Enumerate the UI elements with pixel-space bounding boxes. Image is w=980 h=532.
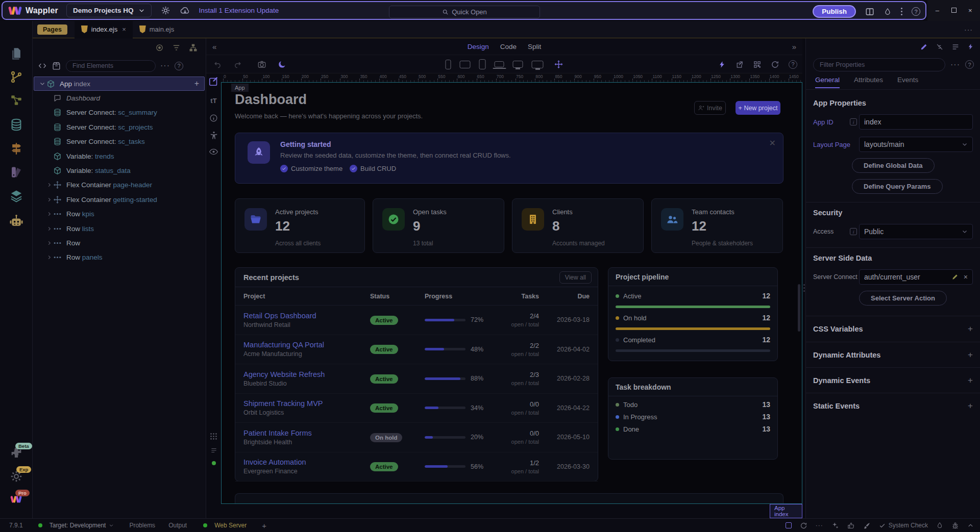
layout-page-select[interactable]: layouts/main — [859, 137, 973, 152]
output-button[interactable]: Output — [168, 522, 187, 529]
tree-item[interactable]: Row kpis — [33, 207, 206, 221]
tree-item[interactable]: Dashboard — [33, 91, 206, 105]
restore-button[interactable] — [947, 7, 961, 14]
view-all-button[interactable]: View all — [559, 271, 592, 284]
properties-help-icon[interactable]: ? — [965, 60, 974, 69]
page-canvas[interactable]: App Dashboard Welcome back — here's what… — [221, 82, 802, 504]
responsive-resize-icon[interactable] — [554, 60, 564, 69]
project-link[interactable]: Agency Website Refresh — [243, 370, 370, 378]
routes-icon[interactable] — [9, 142, 23, 156]
expander-right-icon[interactable] — [46, 211, 52, 217]
project-row[interactable]: Patient Intake FormsBrightside Health On… — [235, 423, 598, 452]
design-help-icon[interactable]: ? — [789, 60, 797, 69]
device-desktop-icon[interactable] — [513, 61, 523, 68]
edit-action-pencil-icon[interactable] — [951, 273, 959, 281]
collapse-right-icon[interactable]: » — [792, 42, 796, 51]
tree-item[interactable]: Variable: status_data — [33, 163, 206, 178]
project-row[interactable]: Retail Ops DashboardNorthwind Retail Act… — [235, 306, 598, 335]
redo-icon[interactable] — [233, 60, 242, 69]
expander-right-icon[interactable] — [46, 255, 52, 260]
collapsed-section[interactable]: Dynamic Events+ — [806, 367, 980, 393]
chevron-up-icon[interactable] — [967, 522, 974, 529]
unlink-icon[interactable] — [936, 43, 944, 51]
text-format-ic on[interactable]: tT — [210, 97, 216, 105]
components-icon[interactable] — [52, 61, 61, 71]
collapse-left-icon[interactable]: « — [212, 42, 216, 51]
mode-code[interactable]: Code — [500, 43, 517, 50]
tree-item[interactable]: Flex Container getting-started — [33, 192, 206, 207]
expander-right-icon[interactable] — [46, 197, 52, 202]
git-icon[interactable] — [10, 70, 23, 84]
outline-mode-icon[interactable] — [155, 43, 164, 52]
tree-item[interactable]: Server Connect: sc_summary — [33, 106, 206, 120]
define-global-data-button[interactable]: Define Global Data — [852, 158, 935, 173]
tree-item[interactable]: Row lists — [33, 221, 206, 236]
droplet-icon[interactable] — [936, 522, 943, 529]
select-server-action-button[interactable]: Select Server Action — [859, 291, 947, 306]
tree-item[interactable]: Variable: trends — [33, 149, 206, 163]
tree-item[interactable]: Server Connect: sc_projects — [33, 120, 206, 134]
quick-open-search[interactable]: Quick Open — [389, 6, 540, 18]
tree-mode-icon[interactable] — [189, 43, 198, 52]
info-icon[interactable]: i — [850, 118, 857, 125]
open-browser-icon[interactable] — [735, 60, 744, 69]
ai-assistant-icon[interactable] — [9, 214, 24, 229]
find-elements-input[interactable] — [66, 60, 156, 72]
status-more-icon[interactable]: ··· — [816, 522, 823, 529]
panels-layout-icon[interactable] — [865, 7, 874, 16]
collapsed-section[interactable]: Static Events+ — [806, 393, 980, 418]
tab-index-ejs[interactable]: index.ejs × — [75, 21, 133, 38]
device-laptop-icon[interactable] — [495, 61, 504, 67]
target-selector[interactable]: Target: Development — [50, 522, 106, 529]
thumbs-up-icon[interactable] — [847, 522, 855, 529]
invite-button[interactable]: Invite — [694, 101, 726, 115]
bug-icon[interactable] — [951, 522, 959, 529]
expander-down-icon[interactable] — [39, 81, 45, 87]
app-id-input[interactable]: index — [859, 114, 973, 130]
problems-button[interactable]: Problems — [129, 522, 155, 529]
app-element-chip[interactable]: App — [231, 84, 249, 92]
refresh-icon[interactable] — [800, 522, 807, 529]
mode-design[interactable]: Design — [468, 43, 489, 50]
install-extension-link[interactable]: Install 1 Extension Update — [199, 7, 279, 14]
expander-right-icon[interactable] — [46, 182, 52, 188]
expander-right-icon[interactable] — [46, 226, 52, 232]
structure-help-icon[interactable]: ? — [175, 62, 183, 70]
workflows-icon[interactable] — [10, 93, 23, 107]
tree-item[interactable]: Flex Container page-header — [33, 178, 206, 192]
help-icon[interactable]: ? — [912, 7, 920, 16]
tab-close-icon[interactable]: × — [122, 26, 126, 33]
check-customize-theme[interactable]: Customize theme — [280, 165, 342, 172]
collapsed-section[interactable]: CSS Variables+ — [806, 316, 980, 342]
dark-mode-moon-icon[interactable] — [278, 60, 286, 69]
add-target-icon[interactable]: + — [262, 521, 266, 530]
project-link[interactable]: Shipment Tracking MVP — [243, 399, 370, 408]
project-row[interactable]: Manufacturing QA PortalAcme Manufacturin… — [235, 335, 598, 365]
canvas-scrollbar[interactable] — [798, 284, 800, 332]
close-button[interactable]: × — [964, 7, 977, 14]
structure-more-icon[interactable]: ··· — [160, 61, 170, 70]
tab-events[interactable]: Events — [897, 76, 918, 87]
layers-icon[interactable] — [9, 189, 23, 202]
properties-more-icon[interactable]: ··· — [950, 60, 960, 69]
edit-pencil-icon[interactable] — [920, 43, 928, 51]
visibility-eye-icon[interactable] — [209, 147, 218, 157]
project-row[interactable]: Shipment Tracking MVPOrbit Logistics Act… — [235, 394, 598, 423]
tab-overflow-icon[interactable]: ··· — [964, 26, 973, 34]
banner-close-icon[interactable]: ✕ — [769, 138, 776, 148]
new-project-button[interactable]: + New project — [736, 101, 780, 115]
minimize-button[interactable]: – — [930, 7, 944, 14]
tab-general[interactable]: General — [815, 76, 840, 88]
access-select[interactable]: Public — [859, 224, 973, 239]
undo-icon[interactable] — [213, 60, 222, 69]
pro-logo-icon[interactable] — [10, 495, 21, 504]
tree-item[interactable]: App index + — [34, 77, 205, 91]
qr-preview-icon[interactable] — [753, 60, 762, 69]
device-phone-landscape-icon[interactable] — [460, 61, 471, 68]
styles-icon[interactable] — [9, 165, 23, 179]
publish-button[interactable]: Publish — [813, 5, 856, 18]
extension-download-icon[interactable] — [180, 5, 190, 16]
dynamic-bolt-icon[interactable] — [967, 43, 974, 50]
tab-attributes[interactable]: Attributes — [854, 76, 883, 87]
properties-list-icon[interactable] — [951, 43, 960, 51]
